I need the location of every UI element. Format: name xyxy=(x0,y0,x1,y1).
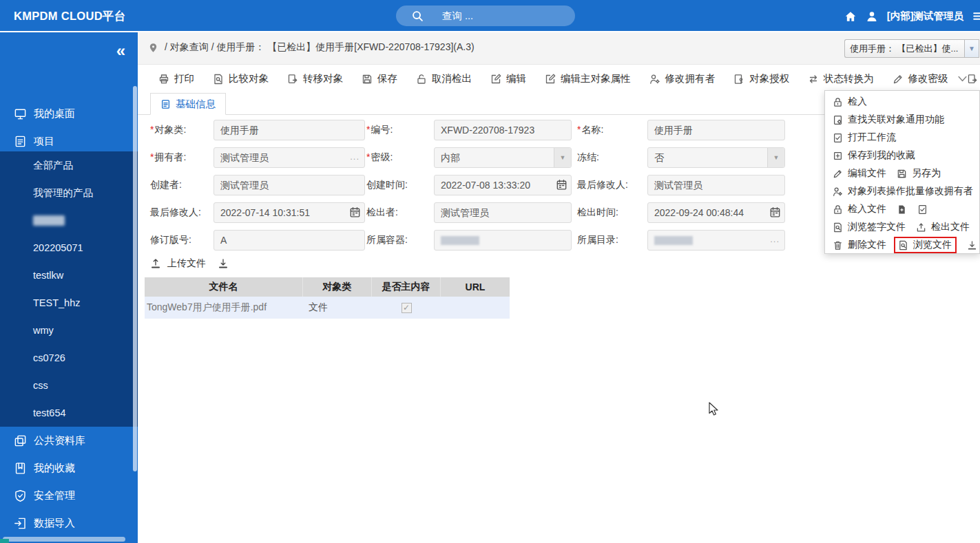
sidebar-subitem-202205071[interactable]: 202205071 xyxy=(0,234,138,262)
menu-item-find-related-objects[interactable]: 查找关联对象通用功能 xyxy=(833,114,944,126)
last-modified-time-input[interactable]: 2022-07-14 10:31:51 xyxy=(213,202,365,223)
field-checkout-time: 检出时间: 2022-09-24 00:48:44 xyxy=(577,202,785,223)
tab-basic-info[interactable]: 基础信息 xyxy=(150,93,226,115)
field-number: *编号: XFWD-220708-17923 xyxy=(366,120,572,140)
sidebar-subitem-cs0726[interactable]: cs0726 xyxy=(0,344,138,372)
last-modifier-input[interactable]: 测试管理员 xyxy=(647,175,785,195)
directory-picker-dots[interactable]: ... xyxy=(770,231,780,248)
main-content-checkbox[interactable]: ✓ xyxy=(402,303,412,313)
owner-input[interactable]: 测试管理员... xyxy=(213,147,365,168)
menu-item-delete-file[interactable]: 删除文件 xyxy=(833,239,886,251)
sidebar-item-project[interactable]: 项目 xyxy=(0,127,138,155)
object-class-input[interactable]: 使用手册 xyxy=(213,120,365,140)
print-button[interactable]: 打印 xyxy=(158,72,194,85)
doc-search-icon xyxy=(898,240,908,251)
home-icon[interactable] xyxy=(844,10,857,23)
sidebar-item-public-library[interactable]: 公共资料库 xyxy=(0,427,138,454)
sidebar-subitem-css[interactable]: css xyxy=(0,372,138,399)
doc-search-icon xyxy=(833,222,843,233)
cancel-checkout-button[interactable]: 取消检出 xyxy=(416,72,472,85)
sidebar-item-desktop[interactable]: 我的桌面 xyxy=(0,100,138,127)
user-icon[interactable] xyxy=(866,10,878,23)
field-secret-level: *密级: 内部▼ xyxy=(366,147,572,168)
change-owner-button[interactable]: 修改拥有者 xyxy=(649,72,716,85)
menu-item-browse-file[interactable]: 浏览文件 xyxy=(894,237,957,253)
change-secret-level-button[interactable]: 修改密级 xyxy=(893,72,948,85)
trash-icon xyxy=(833,240,843,251)
sidebar-subitem-redacted[interactable] xyxy=(0,206,138,234)
menu-item-save-to-favorites[interactable]: 保存到我的收藏 xyxy=(833,149,915,162)
menu-item-add-file[interactable] xyxy=(897,204,907,215)
number-input[interactable]: XFWD-220708-17923 xyxy=(434,120,572,140)
compare-object-button[interactable]: 比较对象 xyxy=(213,72,269,85)
sidebar-item-security[interactable]: 安全管理 xyxy=(0,482,138,509)
current-user-label[interactable]: [内部]测试管理员 xyxy=(887,10,963,23)
col-filename: 文件名 xyxy=(145,277,303,297)
chevron-down-icon[interactable]: ▼ xyxy=(964,39,979,58)
calendar-icon[interactable] xyxy=(556,179,567,191)
calendar-icon[interactable] xyxy=(349,206,361,218)
menu-item-save-as[interactable]: 另存为 xyxy=(897,167,941,180)
edit-button[interactable]: 编辑 xyxy=(490,72,526,85)
sidebar-subitem-test654[interactable]: test654 xyxy=(0,399,138,427)
toolbar-more-chevron-icon[interactable] xyxy=(956,72,969,85)
name-input[interactable]: 使用手册 xyxy=(647,120,785,140)
object-selector[interactable]: 使用手册： 【已检出】使... ▼ xyxy=(844,39,979,58)
menu-item-batch-change-owner[interactable]: 对象列表操作批量修改拥有者 xyxy=(833,185,973,198)
sidebar-subitem-testlkw[interactable]: testlkw xyxy=(0,262,138,289)
sidebar-subitem-wmy[interactable]: wmy xyxy=(0,317,138,344)
checkout-user-input[interactable]: 测试管理员 xyxy=(434,202,572,223)
sidebar-subitem-all-products[interactable]: 全部产品 xyxy=(0,151,138,179)
sidebar-subitem-my-products[interactable]: 我管理的产品 xyxy=(0,179,138,206)
upload-file-button[interactable]: 上传文件 xyxy=(167,257,206,270)
sidebar-item-favorites[interactable]: 我的收藏 xyxy=(0,454,138,482)
revision-input[interactable]: A xyxy=(213,230,365,251)
menu-item-checkout-file[interactable]: 检出文件 xyxy=(916,221,970,233)
save-icon xyxy=(897,169,907,179)
menu-item-edit-file[interactable]: 编辑文件 xyxy=(833,167,886,180)
download-icon xyxy=(967,240,977,251)
menu-item-download-file[interactable] xyxy=(967,240,977,251)
sidebar-item-data-import[interactable]: 数据导入 xyxy=(0,509,138,537)
doc-plus-icon xyxy=(897,204,907,215)
create-time-input[interactable]: 2022-07-08 13:33:20 xyxy=(434,175,572,195)
pencil-icon xyxy=(893,74,904,85)
sidebar-vertical-scrollbar[interactable] xyxy=(133,86,137,471)
checkout-time-input[interactable]: 2022-09-24 00:48:44 xyxy=(647,202,785,223)
sidebar-horizontal-scrollbar[interactable] xyxy=(3,537,125,542)
edit-master-attrs-button[interactable]: 编辑主对象属性 xyxy=(545,72,631,85)
menu-item-checkin[interactable]: 检入 xyxy=(833,96,867,108)
menu-item-browse-signed-file[interactable]: 浏览签字文件 xyxy=(833,221,906,233)
calendar-icon[interactable] xyxy=(769,206,781,218)
object-authorize-button[interactable]: 对象授权 xyxy=(733,72,789,85)
container-input[interactable] xyxy=(434,230,572,251)
sidebar-collapse-icon[interactable]: « xyxy=(116,43,125,59)
save-button[interactable]: 保存 xyxy=(362,72,397,85)
upload-icon[interactable] xyxy=(150,258,161,269)
menu-item-checkin-file[interactable]: 检入文件 xyxy=(833,203,886,215)
search-placeholder: 查询 ... xyxy=(442,10,473,23)
menu-item-open-workflow[interactable]: 打开工作流 xyxy=(833,131,896,144)
plus-square-icon xyxy=(833,151,843,161)
project-icon xyxy=(14,135,27,148)
directory-input[interactable]: ... xyxy=(647,230,785,251)
secret-level-select[interactable]: 内部▼ xyxy=(434,147,572,168)
file-actions-row: 上传文件 xyxy=(150,257,229,270)
creator-input[interactable]: 测试管理员 xyxy=(213,175,365,195)
transfer-object-button[interactable]: 转移对象 xyxy=(287,72,343,85)
global-search-input[interactable]: 查询 ... xyxy=(396,6,575,26)
table-row[interactable]: TongWeb7用户使用手册.pdf 文件 ✓ xyxy=(145,297,510,319)
col-url: URL xyxy=(441,277,510,297)
status-transition-button[interactable]: 状态转换为 xyxy=(808,72,874,85)
hamburger-menu-icon[interactable] xyxy=(972,10,980,22)
owner-picker-dots[interactable]: ... xyxy=(350,148,359,166)
cell-is-main-content: ✓ xyxy=(372,303,441,313)
chevron-down-icon[interactable]: ▼ xyxy=(767,148,784,167)
edit-icon xyxy=(490,74,501,85)
chevron-down-icon[interactable]: ▼ xyxy=(554,148,571,167)
sidebar-subitem-test-hhz[interactable]: TEST_hhz xyxy=(0,289,138,317)
frozen-select[interactable]: 否▼ xyxy=(647,147,785,168)
download-icon[interactable] xyxy=(218,258,229,269)
cell-object-class: 文件 xyxy=(303,301,372,314)
menu-item-workflow-file[interactable] xyxy=(917,204,928,215)
